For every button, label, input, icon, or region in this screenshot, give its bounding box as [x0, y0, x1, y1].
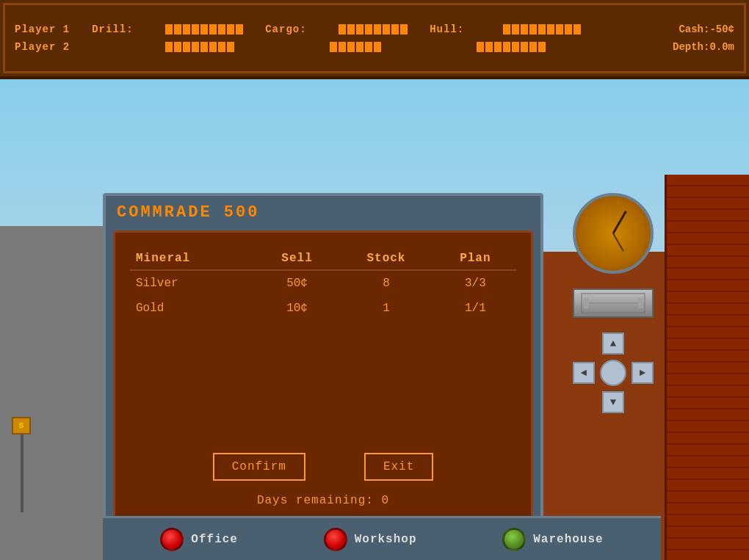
mineral-sell: 50¢ [256, 270, 338, 296]
mineral-table: Mineral Sell Stock Plan Silver 50¢ 8 3/3… [130, 247, 516, 321]
office-label: Office [191, 533, 238, 546]
depth-display: Depth:0.0m [673, 41, 734, 53]
cash-display: Cash:-50¢ [679, 23, 734, 35]
clock-circle [573, 193, 654, 274]
dpad-center [600, 360, 626, 386]
mineral-plan: 3/3 [435, 270, 516, 296]
svg-rect-6 [638, 298, 643, 308]
nav-warehouse[interactable]: Warehouse [502, 528, 603, 551]
dpad-left-button[interactable]: ◄ [573, 362, 595, 384]
hud-bar: Player 1 Drill: Cargo: Hull: Cash:-50¢ P… [0, 0, 749, 79]
player1-label: Player 1 [15, 23, 70, 35]
right-panel: ▲ ▼ ◄ ► [565, 193, 661, 413]
dialog-panel: COMMRADE 500 Mineral Sell Stock Plan Sil… [103, 193, 543, 553]
exit-button[interactable]: Exit [364, 453, 433, 481]
col-plan: Plan [435, 247, 516, 270]
table-row: Silver 50¢ 8 3/3 [130, 270, 516, 296]
cargo-bar-p2 [330, 42, 381, 52]
chimney [665, 175, 749, 560]
confirm-button[interactable]: Confirm [213, 453, 305, 481]
nav-workshop[interactable]: Workshop [324, 528, 417, 551]
game-area: S COMMRADE 500 Mineral Sell Stock Plan [0, 79, 749, 560]
bottom-nav: Office Workshop Warehouse [103, 516, 661, 560]
silver-plate [573, 288, 654, 318]
days-remaining: Days remaining: 0 [130, 494, 516, 507]
svg-rect-5 [584, 298, 588, 308]
mineral-stock: 8 [338, 270, 435, 296]
mineral-sell: 10¢ [256, 296, 338, 321]
col-stock: Stock [338, 247, 435, 270]
hull-bar-p2 [477, 42, 546, 52]
dialog-inner: Mineral Sell Stock Plan Silver 50¢ 8 3/3… [113, 230, 533, 524]
warehouse-indicator [502, 528, 526, 551]
drill-bar-p1 [165, 24, 243, 34]
warehouse-label: Warehouse [533, 533, 603, 546]
clock-hand-1 [612, 211, 627, 234]
dpad-down-button[interactable]: ▼ [602, 391, 624, 413]
plate-decoration [580, 292, 646, 314]
mineral-stock: 1 [338, 296, 435, 321]
left-scene: S [0, 226, 106, 560]
drill-label: Drill: [92, 23, 143, 35]
workshop-indicator [324, 528, 347, 551]
dialog-title: COMMRADE 500 [117, 203, 533, 222]
sign-box: S [12, 417, 31, 434]
dpad-right-button[interactable]: ► [632, 362, 654, 384]
workshop-label: Workshop [355, 533, 417, 546]
col-sell: Sell [256, 247, 338, 270]
cargo-label: Cargo: [265, 23, 316, 35]
mineral-plan: 1/1 [435, 296, 516, 321]
dpad-up-button[interactable]: ▲ [602, 332, 624, 354]
office-indicator [160, 528, 184, 551]
table-row: Gold 10¢ 1 1/1 [130, 296, 516, 321]
hull-bar-p1 [503, 24, 581, 34]
clock-hand-2 [612, 233, 624, 252]
mineral-name: Gold [130, 296, 256, 321]
sign-pole [21, 424, 23, 512]
action-buttons: Confirm Exit [130, 453, 516, 481]
cargo-bar-p1 [339, 24, 408, 34]
nav-office[interactable]: Office [160, 528, 238, 551]
mineral-name: Silver [130, 270, 256, 296]
col-mineral: Mineral [130, 247, 256, 270]
hull-label: Hull: [430, 23, 481, 35]
drill-bar-p2 [165, 42, 234, 52]
player2-label: Player 2 [15, 41, 70, 53]
dpad: ▲ ▼ ◄ ► [573, 332, 654, 413]
